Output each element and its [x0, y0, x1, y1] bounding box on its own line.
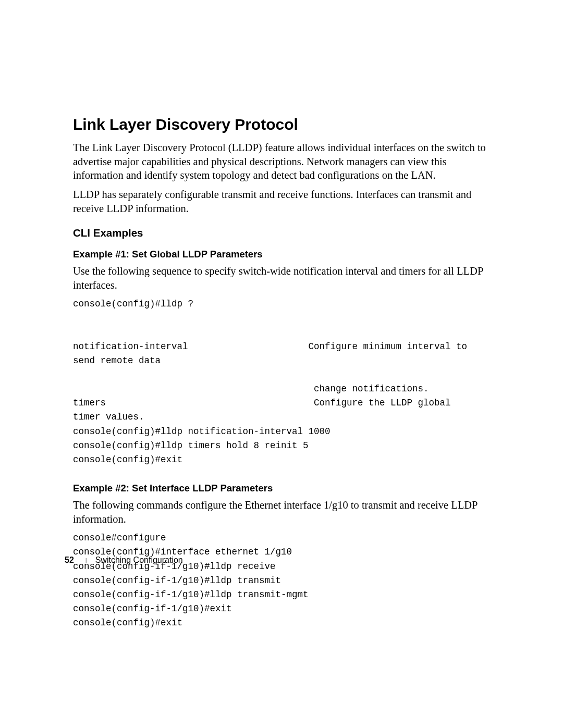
- example-1-description: Use the following sequence to specify sw…: [73, 264, 495, 292]
- example-1-heading: Example #1: Set Global LLDP Parameters: [73, 249, 495, 260]
- example-2-code: console#configure console(config)#interf…: [73, 531, 495, 630]
- page-number: 52: [65, 556, 74, 565]
- example-2-heading: Example #2: Set Interface LLDP Parameter…: [73, 483, 495, 494]
- intro-paragraph-1: The Link Layer Discovery Protocol (LLDP)…: [73, 141, 495, 182]
- example-2-description: The following commands configure the Eth…: [73, 498, 495, 526]
- intro-paragraph-2: LLDP has separately configurable transmi…: [73, 188, 495, 215]
- chapter-title: Switching Configuration: [95, 556, 183, 565]
- footer-divider: |: [79, 557, 90, 563]
- page-footer: 52 | Switching Configuration: [65, 556, 183, 565]
- example-1-code: console(config)#lldp ? notification-inte…: [73, 297, 495, 467]
- page-content: Link Layer Discovery Protocol The Link L…: [0, 0, 563, 728]
- cli-examples-heading: CLI Examples: [73, 227, 495, 239]
- section-heading: Link Layer Discovery Protocol: [73, 116, 495, 133]
